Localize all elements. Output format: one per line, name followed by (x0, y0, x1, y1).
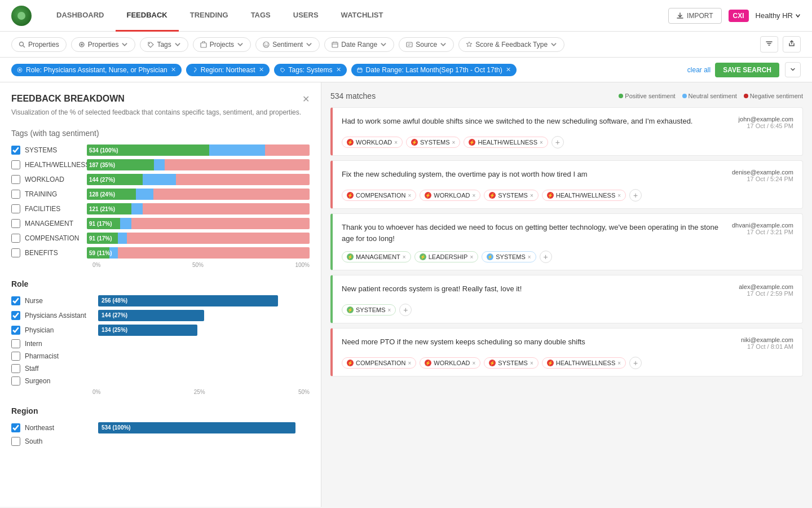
date-filter-close[interactable]: ✕ (506, 66, 511, 73)
card-tag[interactable]: ⚡ HEALTH/WELLNESS × (464, 137, 548, 148)
region-checkbox-south[interactable] (11, 437, 20, 446)
role-checkbox-pharmacist[interactable] (11, 352, 20, 361)
active-filter-role[interactable]: Role: Physicians Assistant, Nurse, or Ph… (11, 64, 182, 76)
region-name: South (25, 437, 98, 445)
role-row: Surgeon (11, 376, 310, 386)
add-tag-button[interactable]: + (629, 357, 642, 369)
role-checkbox-staff[interactable] (11, 364, 20, 373)
date-range-filter[interactable]: Date Range (324, 37, 394, 52)
active-filter-date[interactable]: Date Range: Last Month(Sep 17th - Oct 17… (351, 64, 517, 76)
tag-remove[interactable]: × (472, 360, 475, 366)
tag-remove[interactable]: × (530, 192, 533, 199)
save-search-button[interactable]: SAVE SEARCH (715, 63, 779, 77)
card-email: denise@example.com (732, 169, 793, 176)
card-tag[interactable]: ⚡ SYSTEMS × (482, 251, 536, 262)
tag-checkbox-management[interactable] (11, 219, 20, 228)
tag-remove[interactable]: × (394, 139, 398, 146)
sort-button[interactable] (760, 36, 778, 52)
tag-remove[interactable]: × (617, 360, 621, 366)
add-tag-button[interactable]: + (629, 189, 642, 202)
sentiment-legend: Positive sentiment Neutral sentiment Neg… (619, 93, 803, 99)
active-filter-region[interactable]: Region: Northeast ✕ (186, 64, 270, 76)
save-search-dropdown[interactable] (785, 62, 801, 77)
panel-close-button[interactable]: ✕ (302, 94, 310, 104)
tags-filter[interactable]: Tags (140, 37, 188, 52)
card-tag[interactable]: ⚡ WORKLOAD × (420, 190, 480, 201)
tag-remove[interactable]: × (540, 139, 543, 146)
tag-checkbox-health/wellness[interactable] (11, 160, 20, 169)
role-bar: 144 (27%) (98, 310, 204, 321)
role-checkbox-physicians-assistant[interactable] (11, 311, 20, 320)
tag-remove[interactable]: × (408, 192, 411, 199)
nav-dashboard[interactable]: DASHBOARD (45, 0, 116, 32)
role-rows: Nurse 256 (48%) Physicians Assistant 144… (11, 295, 310, 386)
nav-tags[interactable]: TAGS (240, 0, 282, 32)
region-bar: 534 (100%) (98, 422, 295, 433)
feedback-card: Thank you to whoever has decided we need… (330, 213, 803, 270)
nav-users[interactable]: USERS (282, 0, 330, 32)
user-menu[interactable]: Healthy HR (756, 11, 801, 20)
projects-filter[interactable]: Projects (193, 37, 251, 52)
nav-watchlist[interactable]: WATCHLIST (330, 0, 395, 32)
tag-row: SYSTEMS 534 (100%) (11, 144, 310, 156)
card-datetime: 17 Oct / 2:59 PM (739, 290, 793, 297)
tag-remove[interactable]: × (388, 307, 391, 313)
card-tag[interactable]: ⚡ HEALTH/WELLNESS × (542, 357, 626, 369)
nav-trending[interactable]: TRENDING (179, 0, 240, 32)
tag-remove[interactable]: × (617, 192, 621, 199)
add-tag-button[interactable]: + (551, 136, 564, 148)
score-feedback-filter[interactable]: Score & Feedback Type (458, 37, 564, 52)
tag-checkbox-benefits[interactable] (11, 248, 20, 257)
card-tag[interactable]: ⚡ SYSTEMS × (406, 137, 460, 148)
card-tag[interactable]: ⚡ WORKLOAD × (342, 137, 403, 148)
add-tag-button[interactable]: + (399, 304, 412, 316)
source-filter[interactable]: Source (399, 37, 454, 52)
tag-remove[interactable]: × (403, 254, 406, 260)
nav-feedback[interactable]: FEEDBACK (116, 0, 179, 32)
tag-remove[interactable]: × (530, 360, 533, 366)
tag-checkbox-training[interactable] (11, 190, 20, 199)
tag-bar-track (87, 174, 310, 185)
properties-filter[interactable]: Properties (71, 37, 136, 52)
tag-checkbox-facilities[interactable] (11, 204, 20, 213)
role-checkbox-nurse[interactable] (11, 296, 20, 305)
tag-checkbox-systems[interactable] (11, 146, 20, 155)
tag-remove[interactable]: × (452, 139, 456, 146)
card-tag[interactable]: ⚡ SYSTEMS × (484, 190, 538, 201)
region-filter-close[interactable]: ✕ (259, 66, 264, 73)
export-button[interactable] (783, 36, 801, 52)
card-tag[interactable]: ⚡ COMPENSATION × (342, 357, 416, 369)
card-top: Fix the new scheduling system, the overt… (333, 161, 802, 186)
search-pill[interactable]: Properties (11, 37, 67, 52)
tag-remove[interactable]: × (528, 254, 531, 260)
tag-checkbox-compensation[interactable] (11, 234, 20, 243)
tag-name: COMPENSATION (25, 234, 87, 242)
tag-checkbox-workload[interactable] (11, 175, 20, 184)
role-checkbox-intern[interactable] (11, 339, 20, 348)
tags-filter-close[interactable]: ✕ (336, 66, 341, 73)
import-button[interactable]: IMPORT (668, 8, 721, 24)
card-tag[interactable]: ⚡ HEALTH/WELLNESS × (542, 190, 626, 201)
add-tag-button[interactable]: + (540, 251, 552, 263)
role-filter-close[interactable]: ✕ (171, 66, 176, 73)
tag-remove[interactable]: × (472, 192, 475, 199)
card-tag[interactable]: ⚡ LEADERSHIP × (414, 251, 479, 262)
role-checkbox-surgeon[interactable] (11, 376, 20, 386)
card-tag[interactable]: ⚡ COMPENSATION × (342, 190, 416, 201)
role-axis: 0% 25% 50% (92, 389, 310, 395)
card-tag[interactable]: ⚡ SYSTEMS × (484, 357, 538, 369)
feedback-card: Fix the new scheduling system, the overt… (330, 160, 803, 209)
card-tag[interactable]: ⚡ MANAGEMENT × (342, 251, 411, 262)
nav-links: DASHBOARD FEEDBACK TRENDING TAGS USERS W… (45, 0, 668, 32)
tag-icon: ⚡ (420, 253, 426, 260)
active-filter-tags[interactable]: Tags: Systems ✕ (274, 64, 347, 76)
tag-remove[interactable]: × (408, 360, 411, 366)
clear-all-button[interactable]: clear all (687, 66, 710, 74)
role-checkbox-physician[interactable] (11, 326, 20, 335)
card-tag[interactable]: ⚡ WORKLOAD × (420, 357, 480, 369)
region-checkbox-northeast[interactable] (11, 423, 20, 432)
tag-remove[interactable]: × (470, 254, 473, 260)
card-tags: ⚡ MANAGEMENT × ⚡ LEADERSHIP × ⚡ SYSTEMS … (333, 247, 802, 270)
sentiment-filter[interactable]: Sentiment (255, 37, 320, 52)
card-tag[interactable]: ⚡ SYSTEMS × (342, 304, 396, 316)
